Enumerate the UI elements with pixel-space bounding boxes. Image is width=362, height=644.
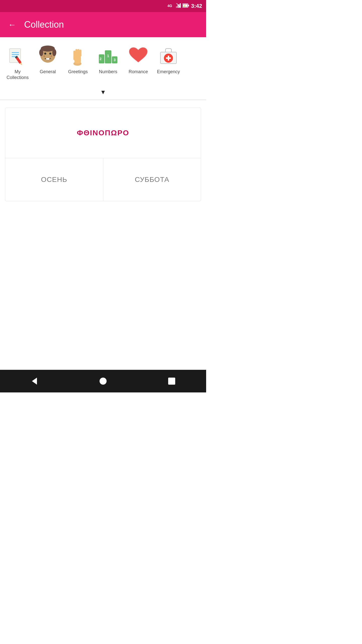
svg-rect-34 — [73, 55, 75, 60]
svg-rect-7 — [188, 5, 189, 6]
svg-point-26 — [39, 49, 43, 56]
svg-text:⚡: ⚡ — [183, 4, 186, 7]
svg-point-22 — [51, 56, 52, 57]
svg-marker-45 — [32, 378, 37, 385]
flashcard-area: ΦΘΙΝΟΠΩΡΟ ОСЕНЬ СУББОТА — [5, 108, 201, 201]
romance-icon — [127, 44, 150, 67]
category-greetings[interactable]: Greetings — [63, 42, 93, 77]
category-row: My Collections Gen — [0, 37, 206, 85]
my-collections-icon — [6, 44, 29, 67]
svg-text:1: 1 — [107, 54, 109, 58]
category-general[interactable]: General — [33, 42, 63, 77]
svg-point-27 — [52, 49, 56, 56]
general-icon — [36, 44, 59, 67]
header-title: Collection — [24, 19, 64, 30]
svg-point-46 — [100, 378, 107, 385]
category-romance[interactable]: Romance — [123, 42, 153, 77]
general-label: General — [40, 69, 56, 75]
svg-rect-32 — [77, 49, 79, 57]
back-button[interactable]: ← — [6, 18, 18, 31]
flashcard-greek-word: ΦΘΙΝΟΠΩΡΟ — [77, 129, 129, 137]
signal-icon — [176, 3, 181, 9]
svg-rect-2 — [177, 5, 178, 8]
svg-text:2: 2 — [100, 57, 102, 61]
svg-point-20 — [49, 53, 51, 55]
category-emergency[interactable]: Emergency — [153, 42, 184, 77]
emergency-icon — [157, 44, 180, 67]
divider — [0, 100, 206, 100]
battery-icon: ⚡ — [183, 3, 190, 9]
category-numbers[interactable]: 2 1 3 Numbers — [93, 42, 123, 77]
status-icons: 4G ⚡ 3:42 — [167, 3, 202, 9]
my-collections-label: My Collections — [5, 69, 30, 81]
svg-point-21 — [44, 56, 45, 57]
flashcard-top[interactable]: ΦΘΙΝΟΠΩΡΟ — [5, 108, 201, 158]
flashcard-bottom: ОСЕНЬ СУББОТА — [5, 158, 201, 201]
svg-rect-44 — [166, 57, 171, 59]
chevron-down-icon[interactable]: ▾ — [101, 88, 105, 96]
numbers-icon: 2 1 3 — [97, 44, 119, 67]
greetings-icon — [67, 44, 89, 67]
category-my-collections[interactable]: My Collections — [3, 42, 33, 83]
status-time: 3:42 — [191, 3, 202, 9]
nav-bar — [0, 370, 206, 392]
greetings-label: Greetings — [68, 69, 88, 75]
emergency-label: Emergency — [157, 69, 180, 75]
nav-back-button[interactable] — [30, 377, 39, 386]
numbers-label: Numbers — [99, 69, 117, 75]
romance-label: Romance — [128, 69, 148, 75]
nav-home-button[interactable] — [99, 377, 108, 386]
header: ← Collection — [0, 12, 206, 37]
chevron-row[interactable]: ▾ — [0, 85, 206, 100]
flashcard-left[interactable]: ОСЕНЬ — [5, 158, 103, 201]
svg-text:4G: 4G — [167, 4, 172, 8]
flashcard-right-word: СУББОТА — [135, 176, 169, 184]
flashcard-right[interactable]: СУББОТА — [103, 158, 201, 201]
svg-rect-47 — [168, 378, 175, 385]
status-bar: 4G ⚡ 3:42 — [0, 0, 206, 12]
nav-recents-button[interactable] — [167, 377, 176, 386]
svg-rect-33 — [79, 50, 81, 57]
svg-point-19 — [44, 53, 46, 55]
network-icon: 4G — [167, 3, 174, 9]
flashcard-left-word: ОСЕНЬ — [41, 176, 67, 184]
svg-rect-31 — [75, 49, 77, 57]
svg-rect-1 — [176, 6, 177, 8]
svg-text:3: 3 — [114, 58, 116, 62]
